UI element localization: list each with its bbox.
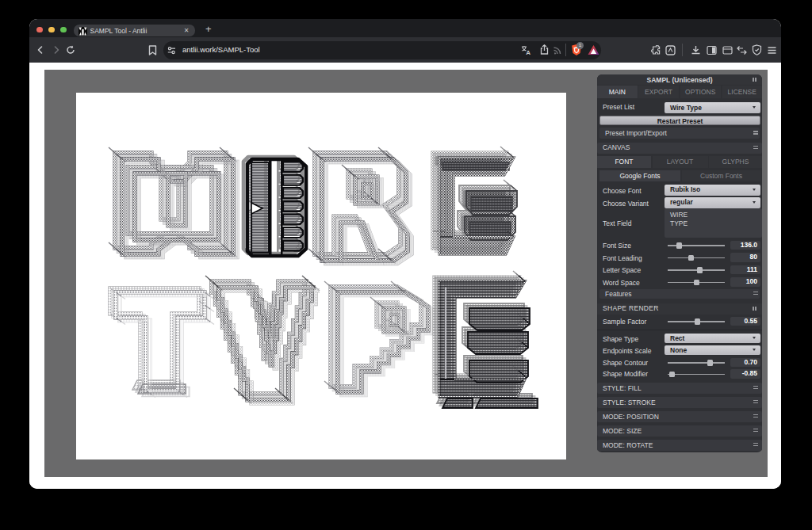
svg-text:A: A [526,49,530,55]
